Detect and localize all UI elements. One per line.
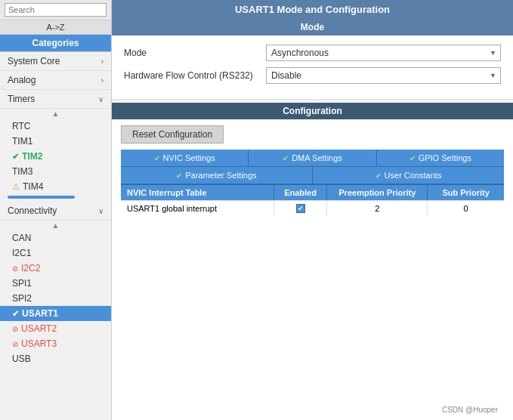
check-icon: ✔ <box>12 152 19 162</box>
chevron-down-icon: ∨ <box>98 95 104 103</box>
sidebar-item-system-core-label: System Core <box>8 56 60 66</box>
sidebar-item-spi1[interactable]: SPI1 <box>0 276 111 291</box>
mode-section-header: Mode <box>112 19 513 36</box>
usart3-label: USART3 <box>21 338 57 349</box>
scroll-up-indicator: ▲ <box>0 109 111 119</box>
sidebar-item-tim2[interactable]: ✔ TIM2 <box>0 149 111 164</box>
sidebar: A->Z Categories System Core › Analog › T… <box>0 0 112 420</box>
sidebar-item-i2c1[interactable]: I2C1 <box>0 246 111 261</box>
tab-parameter-settings[interactable]: ✔ Parameter Settings <box>121 167 313 184</box>
reset-config-button[interactable]: Reset Configuration <box>121 125 224 144</box>
mode-select[interactable]: Asynchronous Synchronous Disable <box>266 45 501 61</box>
mode-select-wrapper[interactable]: Asynchronous Synchronous Disable <box>266 45 501 61</box>
tim1-label: TIM1 <box>12 136 32 147</box>
sidebar-item-rtc[interactable]: RTC <box>0 119 111 134</box>
check-icon: ✔ <box>176 171 182 180</box>
sidebar-item-tim4[interactable]: ⚠ TIM4 <box>0 179 111 194</box>
sidebar-item-system-core[interactable]: System Core › <box>0 52 111 71</box>
sidebar-item-spi2[interactable]: SPI2 <box>0 291 111 306</box>
rtc-label: RTC <box>12 121 30 131</box>
error-icon: ⊘ <box>12 264 18 273</box>
cell-interrupt-name: USART1 global interrupt <box>121 201 274 216</box>
chevron-right-icon: › <box>101 76 104 85</box>
check-icon: ✔ <box>154 154 160 162</box>
can-label: CAN <box>12 233 31 243</box>
cell-preemption: 2 <box>327 201 428 216</box>
flow-control-label: Hardware Flow Control (RS232) <box>124 70 260 81</box>
sidebar-item-i2c2[interactable]: ⊘ I2C2 <box>0 261 111 276</box>
az-sort-button[interactable]: A->Z <box>0 20 111 35</box>
tab-nvic-settings[interactable]: ✔ NVIC Settings <box>121 150 249 166</box>
sidebar-item-usart3[interactable]: ⊘ USART3 <box>0 336 111 351</box>
error-icon: ⊘ <box>12 340 18 348</box>
tab-dma-settings[interactable]: ✔ DMA Settings <box>249 150 376 166</box>
sidebar-item-tim1[interactable]: TIM1 <box>0 134 111 149</box>
tim3-label: TIM3 <box>12 166 32 177</box>
progress-bar-container <box>0 194 111 202</box>
config-section-header: Configuration <box>112 103 513 119</box>
mode-section: Mode Asynchronous Synchronous Disable Ha… <box>112 36 513 100</box>
tabs-row-2: ✔ Parameter Settings ✔ User Constants <box>121 167 504 185</box>
check-icon: ✔ <box>283 154 289 162</box>
check-icon: ✔ <box>409 154 416 162</box>
search-input[interactable] <box>5 3 107 17</box>
col-header-sub: Sub Priority <box>428 185 504 200</box>
cell-enabled[interactable]: ✔ <box>274 201 328 216</box>
table-row: USART1 global interrupt ✔ 2 0 <box>121 200 504 216</box>
mode-row: Mode Asynchronous Synchronous Disable <box>124 45 501 61</box>
sidebar-item-can[interactable]: CAN <box>0 230 111 246</box>
config-body: Reset Configuration ✔ NVIC Settings ✔ DM… <box>112 119 513 420</box>
warn-icon: ⚠ <box>12 182 20 192</box>
usart1-label: USART1 <box>22 308 58 319</box>
i2c1-label: I2C1 <box>12 248 31 258</box>
flow-control-row: Hardware Flow Control (RS232) Disable En… <box>124 67 501 84</box>
sidebar-item-analog-label: Analog <box>8 75 36 85</box>
cell-sub-priority: 0 <box>428 201 504 216</box>
main-title: USART1 Mode and Configuration <box>112 0 513 19</box>
spi1-label: SPI1 <box>12 278 32 289</box>
check-icon: ✔ <box>12 309 19 319</box>
table-header: NVIC Interrupt Table Enabled Preemption … <box>121 185 504 200</box>
col-header-name: NVIC Interrupt Table <box>121 185 274 200</box>
sidebar-item-connectivity-label: Connectivity <box>8 205 57 216</box>
chevron-right-icon: › <box>101 57 104 66</box>
checkbox-enabled[interactable]: ✔ <box>296 204 305 213</box>
sidebar-item-usart1[interactable]: ✔ USART1 <box>0 306 111 321</box>
flow-control-select[interactable]: Disable Enable <box>266 67 501 84</box>
flow-control-select-wrapper[interactable]: Disable Enable <box>266 67 501 84</box>
progress-bar <box>8 196 75 199</box>
sidebar-item-analog[interactable]: Analog › <box>0 71 111 90</box>
sidebar-item-timers[interactable]: Timers ∨ <box>0 90 111 109</box>
search-bar[interactable] <box>0 0 111 20</box>
sidebar-item-connectivity[interactable]: Connectivity ∨ <box>0 202 111 221</box>
scroll-up-indicator2: ▲ <box>0 221 111 230</box>
main-content: USART1 Mode and Configuration Mode Mode … <box>112 0 513 420</box>
col-header-enabled: Enabled <box>274 185 328 200</box>
error-icon: ⊘ <box>12 325 18 333</box>
mode-label: Mode <box>124 48 260 58</box>
connectivity-sub-list: ▲ CAN I2C1 ⊘ I2C2 SPI1 SPI2 ✔ USART1 ⊘ U… <box>0 221 111 366</box>
usb-label: USB <box>12 354 31 364</box>
sidebar-item-tim3[interactable]: TIM3 <box>0 164 111 179</box>
tab-gpio-settings[interactable]: ✔ GPIO Settings <box>377 150 504 166</box>
categories-tab[interactable]: Categories <box>0 35 111 52</box>
check-icon: ✔ <box>375 171 382 180</box>
tim2-label: TIM2 <box>22 151 42 162</box>
tim4-label: TIM4 <box>23 181 43 192</box>
usart2-label: USART2 <box>21 323 57 334</box>
sidebar-item-usart2[interactable]: ⊘ USART2 <box>0 321 111 336</box>
sidebar-item-usb[interactable]: USB <box>0 351 111 366</box>
watermark: CSDN @Huoper <box>442 406 498 414</box>
spi2-label: SPI2 <box>12 293 32 304</box>
i2c2-label: I2C2 <box>21 263 40 273</box>
col-header-preemption: Preemption Priority <box>327 185 428 200</box>
chevron-down-icon: ∨ <box>98 207 104 215</box>
tab-user-constants[interactable]: ✔ User Constants <box>313 167 504 184</box>
timers-sub-list: ▲ RTC TIM1 ✔ TIM2 TIM3 ⚠ TIM4 <box>0 109 111 202</box>
tabs-row-1: ✔ NVIC Settings ✔ DMA Settings ✔ GPIO Se… <box>121 150 504 167</box>
sidebar-item-timers-label: Timers <box>8 94 35 104</box>
